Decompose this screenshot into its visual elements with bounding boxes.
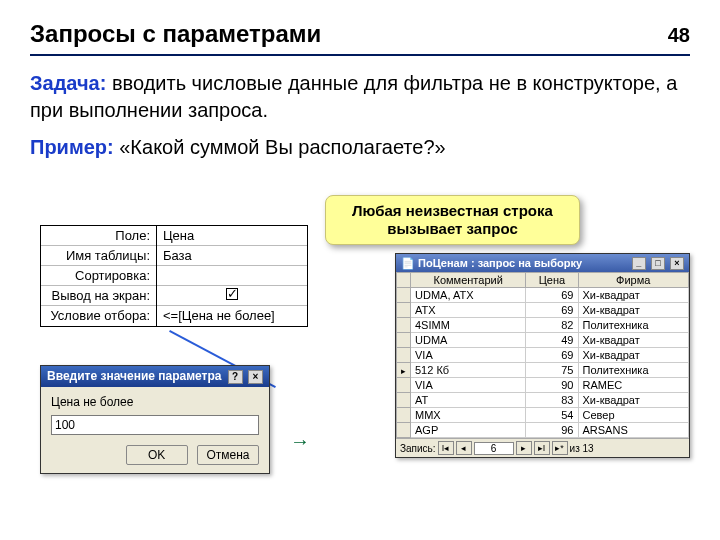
help-icon[interactable]: ? bbox=[228, 370, 243, 384]
label-show: Вывод на экран: bbox=[41, 286, 156, 306]
nav-first-button[interactable]: I◂ bbox=[438, 441, 454, 455]
table-row[interactable]: 512 Кб75Политехника bbox=[397, 363, 689, 378]
show-checkbox[interactable] bbox=[226, 288, 238, 300]
cell[interactable]: 75 bbox=[526, 363, 578, 378]
table-row[interactable]: VIA69Хи-квадрат bbox=[397, 348, 689, 363]
cell[interactable]: 69 bbox=[526, 288, 578, 303]
nav-position-input[interactable] bbox=[474, 442, 514, 455]
cell[interactable]: Политехника bbox=[578, 363, 689, 378]
cell[interactable]: ARSANS bbox=[578, 423, 689, 438]
table-row[interactable]: MMX54Север bbox=[397, 408, 689, 423]
table-row[interactable]: VIA90RAMEC bbox=[397, 378, 689, 393]
row-selector[interactable] bbox=[397, 393, 411, 408]
cell[interactable]: Хи-квадрат bbox=[578, 393, 689, 408]
table-row[interactable]: UDMA49Хи-квадрат bbox=[397, 333, 689, 348]
cell[interactable]: 83 bbox=[526, 393, 578, 408]
value-sort[interactable] bbox=[157, 266, 307, 286]
row-selector[interactable] bbox=[397, 363, 411, 378]
cell[interactable]: 54 bbox=[526, 408, 578, 423]
arrow-icon: → bbox=[290, 430, 310, 453]
cell[interactable]: UDMA bbox=[411, 333, 526, 348]
parameter-input[interactable] bbox=[51, 415, 259, 435]
record-navigator: Запись: I◂ ◂ ▸ ▸I ▸* из 13 bbox=[396, 438, 689, 457]
value-table[interactable]: База bbox=[157, 246, 307, 266]
table-row[interactable]: 4SIMM82Политехника bbox=[397, 318, 689, 333]
cell[interactable]: Хи-квадрат bbox=[578, 303, 689, 318]
results-window: 📄 ПоЦенам : запрос на выборку _ □ × Комм… bbox=[395, 253, 690, 458]
dialog-titlebar: Введите значение параметра ? × bbox=[41, 366, 269, 387]
example-text: «Какой суммой Вы располагаете?» bbox=[114, 136, 446, 158]
cell[interactable]: Хи-квадрат bbox=[578, 333, 689, 348]
row-selector[interactable] bbox=[397, 378, 411, 393]
cancel-button[interactable]: Отмена bbox=[197, 445, 259, 465]
cell[interactable]: AGP bbox=[411, 423, 526, 438]
query-designer-grid: Поле: Имя таблицы: Сортировка: Вывод на … bbox=[40, 225, 308, 327]
table-row[interactable]: ATX69Хи-квадрат bbox=[397, 303, 689, 318]
example-line: Пример: «Какой суммой Вы располагаете?» bbox=[30, 134, 690, 161]
label-table: Имя таблицы: bbox=[41, 246, 156, 266]
row-selector[interactable] bbox=[397, 333, 411, 348]
maximize-icon[interactable]: □ bbox=[651, 257, 665, 270]
nav-new-button[interactable]: ▸* bbox=[552, 441, 568, 455]
label-field: Поле: bbox=[41, 226, 156, 246]
table-row[interactable]: UDMA, ATX69Хи-квадрат bbox=[397, 288, 689, 303]
cell[interactable]: 90 bbox=[526, 378, 578, 393]
parameter-dialog: Введите значение параметра ? × Цена не б… bbox=[40, 365, 270, 474]
label-sort: Сортировка: bbox=[41, 266, 156, 286]
example-label: Пример: bbox=[30, 136, 114, 158]
dialog-title: Введите значение параметра bbox=[47, 369, 222, 384]
row-selector[interactable] bbox=[397, 288, 411, 303]
cell[interactable]: Хи-квадрат bbox=[578, 348, 689, 363]
value-show[interactable] bbox=[157, 286, 307, 306]
row-selector[interactable] bbox=[397, 318, 411, 333]
label-criteria: Условие отбора: bbox=[41, 306, 156, 325]
cell[interactable]: VIA bbox=[411, 378, 526, 393]
value-field[interactable]: Цена bbox=[157, 226, 307, 246]
dialog-prompt: Цена не более bbox=[51, 395, 259, 409]
task-line: Задача: вводить числовые данные для филь… bbox=[30, 70, 690, 124]
cell[interactable]: 96 bbox=[526, 423, 578, 438]
callout-note: Любая неизвестная строка вызывает запрос bbox=[325, 195, 580, 245]
close-icon[interactable]: × bbox=[248, 370, 263, 384]
cell[interactable]: 69 bbox=[526, 303, 578, 318]
cell[interactable]: 512 Кб bbox=[411, 363, 526, 378]
row-selector[interactable] bbox=[397, 348, 411, 363]
cell[interactable]: AT bbox=[411, 393, 526, 408]
nav-prev-button[interactable]: ◂ bbox=[456, 441, 472, 455]
row-selector-header bbox=[397, 273, 411, 288]
task-label: Задача: bbox=[30, 72, 106, 94]
cell[interactable]: Хи-квадрат bbox=[578, 288, 689, 303]
cell[interactable]: 4SIMM bbox=[411, 318, 526, 333]
cell[interactable]: RAMEC bbox=[578, 378, 689, 393]
table-row[interactable]: AT83Хи-квадрат bbox=[397, 393, 689, 408]
col-firm[interactable]: Фирма bbox=[578, 273, 689, 288]
nav-label: Запись: bbox=[400, 443, 436, 454]
cell[interactable]: MMX bbox=[411, 408, 526, 423]
header: Запросы с параметрами 48 bbox=[30, 20, 690, 56]
nav-last-button[interactable]: ▸I bbox=[534, 441, 550, 455]
cell[interactable]: VIA bbox=[411, 348, 526, 363]
page-number: 48 bbox=[668, 24, 690, 47]
col-comment[interactable]: Комментарий bbox=[411, 273, 526, 288]
nav-total: из 13 bbox=[570, 443, 594, 454]
results-titlebar: 📄 ПоЦенам : запрос на выборку _ □ × bbox=[396, 254, 689, 272]
row-selector[interactable] bbox=[397, 303, 411, 318]
row-selector[interactable] bbox=[397, 423, 411, 438]
row-selector[interactable] bbox=[397, 408, 411, 423]
minimize-icon[interactable]: _ bbox=[632, 257, 646, 270]
col-price[interactable]: Цена bbox=[526, 273, 578, 288]
value-criteria[interactable]: <=[Цена не более] bbox=[157, 306, 307, 326]
cell[interactable]: 49 bbox=[526, 333, 578, 348]
cell[interactable]: Политехника bbox=[578, 318, 689, 333]
nav-next-button[interactable]: ▸ bbox=[516, 441, 532, 455]
cell[interactable]: Север bbox=[578, 408, 689, 423]
cell[interactable]: 82 bbox=[526, 318, 578, 333]
cell[interactable]: ATX bbox=[411, 303, 526, 318]
ok-button[interactable]: OK bbox=[126, 445, 188, 465]
cell[interactable]: UDMA, ATX bbox=[411, 288, 526, 303]
close-icon[interactable]: × bbox=[670, 257, 684, 270]
table-row[interactable]: AGP96ARSANS bbox=[397, 423, 689, 438]
cell[interactable]: 69 bbox=[526, 348, 578, 363]
page-title: Запросы с параметрами bbox=[30, 20, 321, 48]
task-text: вводить числовые данные для фильтра не в… bbox=[30, 72, 677, 121]
